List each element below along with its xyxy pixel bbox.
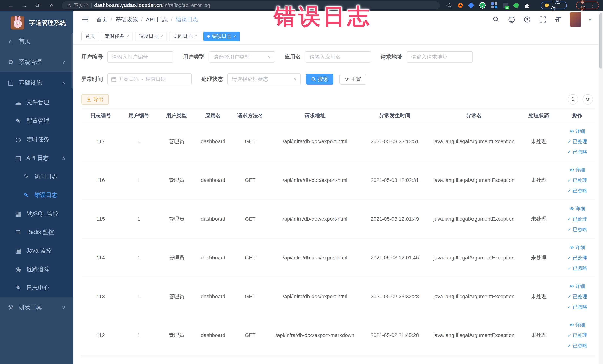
close-icon[interactable]: × [195,34,197,39]
avatar-caret-icon[interactable]: ▾ [589,17,591,23]
user-type-select[interactable]: 请选择用户类型 ∨ [209,51,275,63]
browser-update-chip[interactable]: 更新 ⋮ [576,2,599,9]
extension-green-y-icon[interactable]: y [479,2,486,9]
action-detail-link[interactable]: 详细 [570,165,585,175]
table-row: 1161管理员dashboardGET/api/infra/db-doc/exp… [81,161,595,200]
cell-user_id: 1 [120,332,158,338]
action-processed-link[interactable]: ✓已处理 [568,291,587,302]
eye-icon [570,284,574,288]
extension-leaf-icon[interactable] [514,2,519,9]
exception-time-range-picker[interactable]: 开始日期 - 结束日期 [107,73,192,85]
extension-on-switch-icon[interactable]: on [503,2,508,9]
sidebar-item-error-log[interactable]: ✎ 错误日志 [0,186,73,204]
address-bar[interactable]: ⚠ 不安全 dashboard.yudao.iocoder.cn/infra/l… [62,1,440,9]
refresh-icon[interactable]: ⟳ [583,94,593,105]
extension-grid-icon[interactable] [491,2,497,9]
tab-error-log[interactable]: 错误日志× [203,32,240,41]
action-processed-link[interactable]: ✓已处理 [568,214,587,224]
sidebar-item-redis-monitor[interactable]: ≣ Redis 监控 [0,223,73,241]
breadcrumb-infra[interactable]: 基础设施 [116,16,138,23]
scrollbar-thumb[interactable] [600,13,602,69]
access-log-icon: ✎ [22,173,30,180]
action-detail-link[interactable]: 详细 [570,203,585,214]
mysql-monitor-icon: ▦ [14,210,22,217]
sidebar-item-home[interactable]: ⌂ 首页 [0,31,73,52]
request-url-input[interactable] [407,51,473,63]
cell-exception: java.lang.IllegalArgumentException [429,332,519,338]
toggle-search-icon[interactable] [568,94,578,105]
sidebar-item-system[interactable]: ⚙ 系统管理 ∨ [0,52,73,72]
action-processed-link[interactable]: ✓已处理 [568,136,587,147]
bookmark-star-icon[interactable]: ☆ [447,2,452,9]
close-icon[interactable]: × [161,34,163,39]
app-name-input[interactable] [305,51,371,63]
sidebar-item-log-center[interactable]: ✎ 日志中心 [0,279,73,297]
sidebar-item-scheduled-jobs[interactable]: ◷ 定时任务 [0,130,73,149]
sidebar-item-dev-tools[interactable]: ⚒ 研发工具 ∨ [0,297,73,318]
forward-icon[interactable]: → [18,1,30,10]
tab-home[interactable]: 首页 [81,32,99,41]
check-icon: ✓ [568,343,571,349]
breadcrumb-home[interactable]: 首页 [96,16,107,23]
table-row: 1131管理员dashboardGET/api/infra/db-doc/exp… [81,277,595,316]
sidebar-item-access-log[interactable]: ✎ 访问日志 [0,167,73,186]
tab-scheduled-jobs[interactable]: 定时任务× [101,32,133,41]
cell-app: dashboard [195,255,231,261]
search-icon [311,77,316,82]
cell-user_type: 管理员 [158,332,195,339]
action-detail-link[interactable]: 详细 [570,242,585,253]
action-ignored-link[interactable]: ✓已忽略 [568,341,587,351]
sidebar-item-api-log[interactable]: ▤ API 日志 ∧ [0,149,73,167]
eye-icon [570,168,574,172]
sidebar-scrollbar[interactable] [72,33,73,89]
cell-time: 2021-05-03 23:13:51 [361,139,429,144]
infrastructure-icon: ◫ [7,79,15,86]
action-ignored-link[interactable]: ✓已忽略 [568,147,587,157]
sidebar-item-config-manage[interactable]: ✎ 配置管理 [0,112,73,130]
help-icon[interactable]: ? [523,15,531,23]
home-icon[interactable]: ⌂ [46,1,58,10]
sidebar-toggle-icon[interactable]: ☰ [81,15,88,24]
cell-url: /api/infra/db-doc/export-markdown [269,332,361,338]
font-size-icon[interactable] [554,15,562,23]
github-icon[interactable] [508,15,516,23]
extensions-puzzle-icon[interactable] [525,2,530,9]
screen: ← → ⟳ ⌂ ⚠ 不安全 dashboard.yudao.iocoder.cn… [0,0,603,364]
action-processed-link[interactable]: ✓已处理 [568,253,587,263]
extension-orange-icon[interactable] [458,2,463,9]
close-icon[interactable]: × [127,34,129,39]
extension-blue-icon[interactable] [469,2,474,9]
sidebar-item-java-monitor[interactable]: ▣ Java 监控 [0,241,73,260]
action-ignored-link[interactable]: ✓已忽略 [568,186,587,196]
reset-button[interactable]: ⟳ 重置 [339,74,366,84]
action-ignored-link[interactable]: ✓已忽略 [568,263,587,273]
page-scrollbar[interactable] [599,11,603,364]
sidebar-item-infra[interactable]: ◫ 基础设施 ∧ [0,72,73,93]
back-icon[interactable]: ← [4,1,16,10]
action-processed-link[interactable]: ✓已处理 [568,175,587,186]
breadcrumb-api-log[interactable]: API 日志 [146,16,168,23]
sidebar-item-tracing[interactable]: ◉ 链路追踪 [0,260,73,279]
action-detail-link[interactable]: 详细 [570,320,585,330]
action-processed-link[interactable]: ✓已处理 [568,330,587,341]
action-detail-link[interactable]: 详细 [570,126,585,136]
cell-id: 113 [81,294,120,299]
app-logo-row[interactable]: 芋道管理系统 [0,11,73,31]
profile-paused-chip[interactable]: 已暂停 [541,2,567,9]
user-id-input[interactable] [107,51,173,63]
search-button[interactable]: 搜索 [306,74,334,84]
process-status-select[interactable]: 请选择处理状态 ∨ [227,73,301,85]
reload-icon[interactable]: ⟳ [32,1,44,10]
action-ignored-link[interactable]: ✓已忽略 [568,224,587,235]
search-icon[interactable] [492,15,500,23]
action-ignored-link[interactable]: ✓已忽略 [568,302,587,312]
sidebar-item-mysql-monitor[interactable]: ▦ MySQL 监控 [0,204,73,223]
close-icon[interactable]: × [233,34,236,39]
sidebar-item-file-manage[interactable]: ☁ 文件管理 [0,93,73,112]
tab-schedule-log[interactable]: 调度日志× [135,32,167,41]
user-avatar[interactable] [570,12,581,27]
export-button[interactable]: 导出 [81,94,109,105]
fullscreen-icon[interactable] [539,15,547,23]
tab-access-log[interactable]: 访问日志× [169,32,201,41]
action-detail-link[interactable]: 详细 [570,281,585,291]
